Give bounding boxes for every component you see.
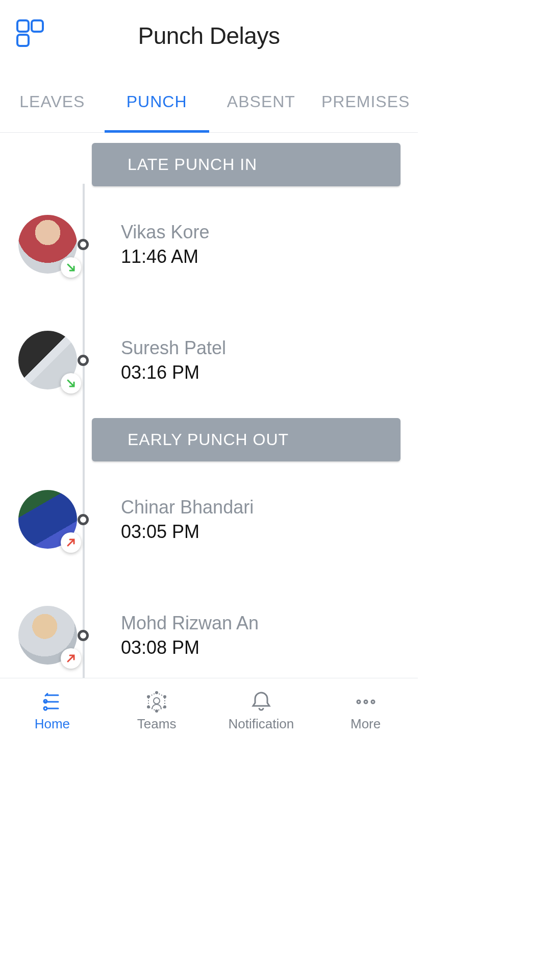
entry-time: 03:05 PM <box>121 521 254 543</box>
tab-bar: LEAVES PUNCH ABSENT PREMISES <box>0 71 418 133</box>
bell-icon <box>249 690 273 714</box>
punch-in-icon <box>61 257 81 278</box>
timeline-dot <box>78 239 89 250</box>
timeline-dot <box>78 514 89 525</box>
tab-premises[interactable]: PREMISES <box>313 71 418 132</box>
section-header-early-out: EARLY PUNCH OUT <box>92 418 400 461</box>
home-icon <box>40 690 64 714</box>
more-icon <box>354 690 378 714</box>
entry-time: 03:08 PM <box>121 637 259 658</box>
punch-out-icon <box>61 648 81 669</box>
entry-time: 11:46 AM <box>121 246 209 267</box>
nav-home[interactable]: Home <box>0 678 105 743</box>
dashboard-icon <box>15 18 45 48</box>
list-item[interactable]: Chinar Bhandari 03:05 PM <box>0 461 418 577</box>
bottom-nav: Home Teams Notification <box>0 678 418 743</box>
svg-point-3 <box>154 698 160 704</box>
svg-rect-2 <box>17 35 29 46</box>
content-area: LATE PUNCH IN Vikas Kore 11:46 AM <box>0 133 418 678</box>
timeline-dot <box>78 630 89 641</box>
tab-leaves[interactable]: LEAVES <box>0 71 105 132</box>
nav-teams[interactable]: Teams <box>105 678 209 743</box>
nav-label: More <box>350 716 381 732</box>
entry-name: Mohd Rizwan An <box>121 612 259 634</box>
entry-name: Suresh Patel <box>121 337 226 359</box>
svg-point-12 <box>371 700 374 703</box>
nav-notification[interactable]: Notification <box>209 678 314 743</box>
nav-label: Notification <box>229 716 294 732</box>
avatar <box>18 331 77 389</box>
menu-button[interactable] <box>15 18 45 48</box>
tab-punch[interactable]: PUNCH <box>105 71 209 132</box>
page-title: Punch Delays <box>15 22 403 50</box>
entry-time: 03:16 PM <box>121 362 226 383</box>
avatar <box>18 606 77 665</box>
avatar <box>18 490 77 549</box>
punch-out-icon <box>61 532 81 553</box>
timeline-dot <box>78 355 89 366</box>
teams-icon <box>144 690 169 714</box>
nav-label: Home <box>35 716 70 732</box>
header: Punch Delays <box>0 0 418 71</box>
tab-absent[interactable]: ABSENT <box>209 71 314 132</box>
nav-label: Teams <box>137 716 177 732</box>
punch-in-icon <box>61 373 81 394</box>
svg-point-11 <box>364 700 367 703</box>
list-item[interactable]: Suresh Patel 03:16 PM <box>0 302 418 418</box>
svg-rect-0 <box>17 20 29 32</box>
list-item[interactable]: Mohd Rizwan An 03:08 PM <box>0 577 418 665</box>
section-header-late-in: LATE PUNCH IN <box>92 143 400 186</box>
list-item[interactable]: Vikas Kore 11:46 AM <box>0 186 418 302</box>
entry-name: Chinar Bhandari <box>121 497 254 518</box>
svg-rect-1 <box>32 20 43 32</box>
entry-name: Vikas Kore <box>121 222 209 243</box>
svg-point-10 <box>357 700 360 703</box>
nav-more[interactable]: More <box>313 678 418 743</box>
avatar <box>18 215 77 274</box>
